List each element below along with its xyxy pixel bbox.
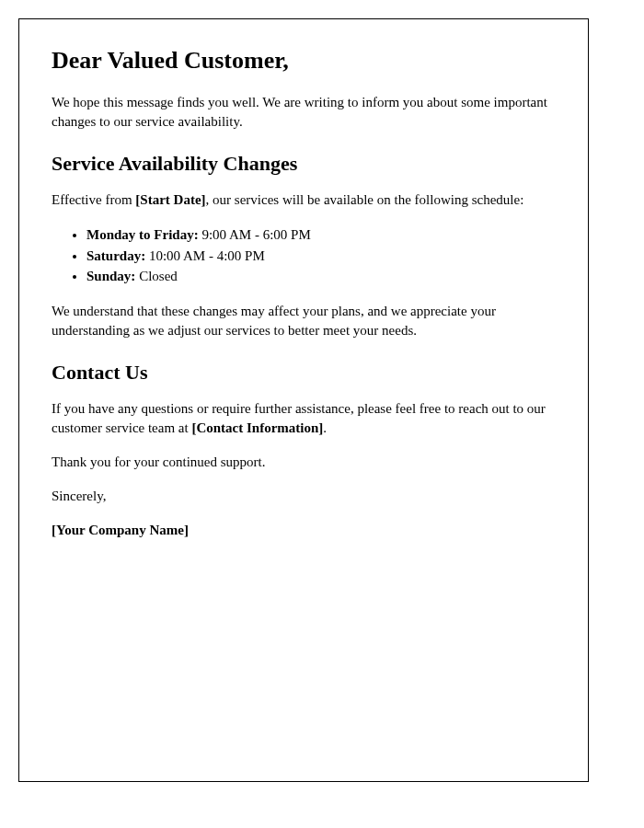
signoff: Sincerely, — [52, 487, 556, 506]
list-item: Monday to Friday: 9:00 AM - 6:00 PM — [86, 224, 556, 246]
list-item: Saturday: 10:00 AM - 4:00 PM — [86, 246, 556, 267]
contact-info-placeholder: [Contact Information] — [191, 420, 323, 435]
letter-document: Dear Valued Customer, We hope this messa… — [18, 18, 589, 782]
effective-text-before: Effective from — [52, 192, 135, 207]
schedule-label: Monday to Friday: — [86, 227, 199, 242]
section-heading-contact: Contact Us — [52, 361, 556, 385]
schedule-hours: 9:00 AM - 6:00 PM — [199, 227, 311, 242]
start-date-placeholder: [Start Date] — [135, 192, 205, 207]
thanks-paragraph: Thank you for your continued support. — [52, 453, 556, 472]
schedule-label: Sunday: — [86, 269, 135, 283]
greeting-heading: Dear Valued Customer, — [52, 47, 556, 75]
contact-text-after: . — [323, 420, 327, 435]
schedule-hours: Closed — [135, 269, 177, 283]
effective-paragraph: Effective from [Start Date], our service… — [52, 190, 556, 210]
contact-paragraph: If you have any questions or require fur… — [52, 399, 556, 438]
schedule-label: Saturday: — [86, 248, 145, 263]
section-heading-changes: Service Availability Changes — [52, 152, 556, 176]
understanding-paragraph: We understand that these changes may aff… — [52, 302, 556, 340]
schedule-list: Monday to Friday: 9:00 AM - 6:00 PM Satu… — [52, 224, 556, 287]
intro-paragraph: We hope this message finds you well. We … — [52, 93, 556, 132]
company-name-placeholder: [Your Company Name] — [52, 521, 556, 540]
effective-text-after: , our services will be available on the … — [206, 192, 524, 207]
list-item: Sunday: Closed — [86, 266, 556, 287]
schedule-hours: 10:00 AM - 4:00 PM — [145, 248, 265, 263]
